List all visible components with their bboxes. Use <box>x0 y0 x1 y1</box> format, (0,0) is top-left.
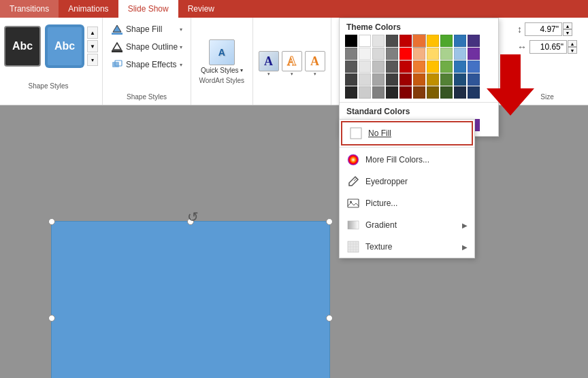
more-fill-label: More Fill Colors... <box>365 155 429 165</box>
shade-1-1[interactable] <box>345 48 357 60</box>
rotate-handle[interactable]: ↺ <box>187 209 199 225</box>
dark-style-button[interactable]: Abc <box>4 26 41 67</box>
color-yellow[interactable] <box>427 35 439 47</box>
picture-item[interactable]: Picture... <box>340 192 474 214</box>
shade-4-5[interactable] <box>399 86 412 99</box>
shade-1-9[interactable] <box>454 48 466 60</box>
scroll-down-button[interactable]: ▼ <box>87 40 98 52</box>
shade-3-10[interactable] <box>468 73 480 86</box>
shade-2-1[interactable] <box>345 61 357 73</box>
shade-1-3[interactable] <box>372 48 385 60</box>
shade-4-2[interactable] <box>359 86 371 99</box>
shade-1-10[interactable] <box>468 48 480 60</box>
color-blue1[interactable] <box>454 35 466 47</box>
handle-ml[interactable] <box>48 315 55 322</box>
shade-4-6[interactable] <box>413 86 425 99</box>
shade-4-9[interactable] <box>454 86 466 99</box>
svg-rect-0 <box>112 33 122 35</box>
color-white[interactable] <box>359 35 371 47</box>
quick-styles-button[interactable]: A Quick Styles ▾ <box>197 38 247 75</box>
shade-3-7[interactable] <box>427 73 439 86</box>
handle-mr[interactable] <box>326 315 333 322</box>
format-group: Shape Fill ▾ Shape Outline ▾ <box>103 18 191 105</box>
eyedropper-item[interactable]: Eyedropper <box>340 171 474 192</box>
width-input[interactable] <box>529 40 567 54</box>
fill-icon <box>111 23 123 35</box>
text-fill-button[interactable]: A ▾ <box>259 51 279 77</box>
shade-3-3[interactable] <box>372 73 385 86</box>
shade-3-5[interactable] <box>399 73 412 86</box>
width-spin-up[interactable]: ▲ <box>568 40 577 47</box>
shade-2-7[interactable] <box>427 61 439 73</box>
svg-point-8 <box>348 154 359 165</box>
width-spin-down[interactable]: ▼ <box>568 47 577 54</box>
shade-2-4[interactable] <box>386 61 398 73</box>
gradient-item[interactable]: Gradient ▶ <box>340 214 474 236</box>
shade-1-4[interactable] <box>386 48 398 60</box>
no-fill-item[interactable]: No Fill <box>341 121 473 145</box>
color-orange-selected[interactable] <box>413 35 425 47</box>
color-gray2[interactable] <box>386 35 398 47</box>
height-spin-down[interactable]: ▼ <box>563 29 572 36</box>
tab-transitions[interactable]: Transitions <box>0 0 59 18</box>
shade-4-7[interactable] <box>427 86 439 99</box>
shade-3-9[interactable] <box>454 73 466 86</box>
texture-label: Texture <box>365 242 392 252</box>
text-effects-button[interactable]: A ▾ <box>305 51 325 77</box>
shade-4-1[interactable] <box>345 86 357 99</box>
handle-tr[interactable] <box>326 218 333 225</box>
color-gray1[interactable] <box>372 35 385 47</box>
color-black[interactable] <box>345 35 357 47</box>
shape-rectangle[interactable] <box>51 221 330 378</box>
shade-2-5[interactable] <box>399 61 412 73</box>
shade-2-10[interactable] <box>468 61 480 73</box>
style-scroll: ▲ ▼ ▾ <box>87 26 98 67</box>
color-purple[interactable] <box>468 35 480 47</box>
shade-1-7[interactable] <box>427 48 439 60</box>
shape-effects-button[interactable]: Shape Effects ▾ <box>108 56 185 73</box>
shade-3-8[interactable] <box>440 73 453 86</box>
picture-icon <box>346 196 360 210</box>
color-darkred[interactable] <box>399 35 412 47</box>
height-row: ↕ ▲ ▼ <box>517 22 577 36</box>
shade-3-6[interactable] <box>413 73 425 86</box>
shade-1-2[interactable] <box>359 48 371 60</box>
width-spinner: ▲ ▼ <box>568 40 577 54</box>
scroll-more-button[interactable]: ▾ <box>87 54 98 66</box>
more-fill-icon <box>346 153 360 167</box>
tab-review[interactable]: Review <box>178 0 224 18</box>
text-outline-button[interactable]: A ▾ <box>282 51 302 77</box>
shade-1-6[interactable] <box>413 48 425 60</box>
tab-slideshow[interactable]: Slide Show <box>118 0 178 18</box>
shade-3-2[interactable] <box>359 73 371 86</box>
svg-marker-20 <box>487 54 534 116</box>
blue-style-button[interactable]: Abc <box>46 26 83 67</box>
shade-2-3[interactable] <box>372 61 385 73</box>
shade-4-8[interactable] <box>440 86 453 99</box>
color-green[interactable] <box>440 35 453 47</box>
shade-3-4[interactable] <box>386 73 398 86</box>
shade-4-10[interactable] <box>468 86 480 99</box>
svg-rect-10 <box>348 199 359 207</box>
height-spin-up[interactable]: ▲ <box>563 22 572 29</box>
tab-animations[interactable]: Animations <box>59 0 118 18</box>
shade-2-9[interactable] <box>454 61 466 73</box>
shade-2-6[interactable] <box>413 61 425 73</box>
shade-4-3[interactable] <box>372 86 385 99</box>
shape-fill-button[interactable]: Shape Fill ▾ <box>108 21 185 37</box>
scroll-up-button[interactable]: ▲ <box>87 27 98 39</box>
shade-1-8[interactable] <box>440 48 453 60</box>
gradient-arrow: ▶ <box>462 222 468 229</box>
texture-item[interactable]: Texture ▶ <box>340 236 474 258</box>
handle-tl[interactable] <box>48 218 55 225</box>
shape-outline-button[interactable]: Shape Outline ▾ <box>108 39 185 55</box>
shade-1-5[interactable] <box>399 48 412 60</box>
shade-2-8[interactable] <box>440 61 453 73</box>
shade-2-2[interactable] <box>359 61 371 73</box>
shade-4-4[interactable] <box>386 86 398 99</box>
height-input[interactable] <box>525 22 562 36</box>
svg-rect-12 <box>348 221 359 229</box>
quick-styles-label: Quick Styles <box>201 67 239 74</box>
more-fill-colors-item[interactable]: More Fill Colors... <box>340 149 474 171</box>
shade-3-1[interactable] <box>345 73 357 86</box>
